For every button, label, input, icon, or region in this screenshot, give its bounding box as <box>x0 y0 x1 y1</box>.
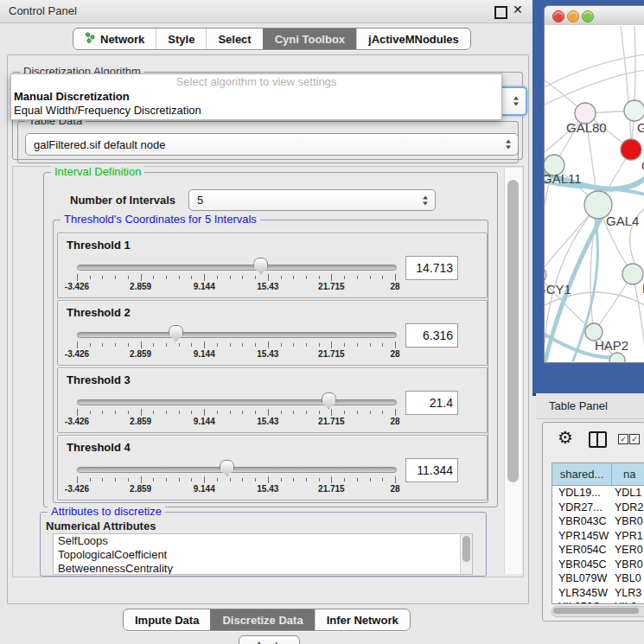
attributes-group: Attributes to discretize Numerical Attri… <box>40 512 487 577</box>
slider-ticks <box>77 476 395 484</box>
close-traffic-light-icon[interactable] <box>552 10 564 22</box>
minimize-traffic-light-icon[interactable] <box>567 10 579 22</box>
slider-thumb[interactable] <box>322 392 336 409</box>
checkbox-icon[interactable]: ✓ <box>629 434 640 444</box>
algorithm-option-manual[interactable]: Manual Discretization <box>11 90 501 104</box>
list-item[interactable]: TopologicalCoefficient <box>54 548 472 562</box>
select-stepper-icon <box>423 195 428 205</box>
svg-text:GA: GA <box>637 120 644 135</box>
threshold-slider[interactable]: -3.4262.8599.14415.4321.71528 <box>77 436 395 500</box>
thresholds-group: Threshold's Coordinates for 5 Intervals … <box>53 220 488 503</box>
table-panel: ⚙ ✓ ✓ shared... na YDL19...YDL1YDR27...Y… <box>542 422 644 622</box>
threshold-panel: Threshold 1 -3.4262.8599.14415.4321.7152… <box>57 233 488 298</box>
svg-text:GAL11: GAL11 <box>545 171 582 186</box>
checkbox-icon[interactable]: ✓ <box>618 434 628 444</box>
threshold-value-input[interactable] <box>405 458 458 482</box>
tab-style[interactable]: Style <box>156 29 206 49</box>
slider-thumb[interactable] <box>253 258 268 274</box>
apply-button[interactable]: Apply <box>239 635 300 644</box>
threshold-value-input[interactable] <box>405 391 458 415</box>
list-scrollbar[interactable] <box>460 534 472 574</box>
scrollbar-thumb[interactable] <box>462 536 470 562</box>
svg-text:HAP2: HAP2 <box>595 338 628 353</box>
zoom-traffic-light-icon[interactable] <box>582 10 594 22</box>
split-columns-icon[interactable] <box>589 431 607 448</box>
table-rows: YDL19...YDL1YDR27...YDR2YBR043CYBR0YPR14… <box>552 486 644 604</box>
slider-track[interactable] <box>77 399 397 405</box>
table-row[interactable]: YPR145WYPR1 <box>552 529 644 544</box>
threshold-value-input[interactable] <box>405 323 458 348</box>
slider-thumb[interactable] <box>220 460 234 476</box>
network-icon <box>85 32 95 46</box>
table-row[interactable]: YIL052CYIL0 <box>552 600 644 604</box>
vertical-scrollbar[interactable] <box>504 168 522 574</box>
threshold-slider[interactable]: -3.4262.8599.14415.4321.71528 <box>77 233 395 297</box>
table-row[interactable]: YBR043CYBR0 <box>552 514 644 529</box>
tab-discretize-data[interactable]: Discretize Data <box>210 609 314 630</box>
list-item[interactable]: SelfLoops <box>54 534 472 548</box>
slider-track[interactable] <box>77 332 397 338</box>
table-row[interactable]: YER054CYER0 <box>552 543 644 558</box>
slider-scale-labels: -3.4262.8599.14415.4321.71528 <box>77 349 395 360</box>
network-view-window: GAL80GACGAL11GAL4GCY1HHAP2 <box>544 5 644 363</box>
algorithm-placeholder: Select algorithm to view settings <box>11 74 501 90</box>
gear-icon[interactable]: ⚙ <box>558 427 573 448</box>
horizontal-scrollbar[interactable] <box>552 606 644 617</box>
close-icon[interactable]: ✕ <box>513 3 523 16</box>
list-item[interactable]: BetweennessCentrality <box>54 562 472 575</box>
table-data-group: Table Data galFiltered.sif default node <box>17 121 519 163</box>
network-canvas[interactable]: GAL80GACGAL11GAL4GCY1HHAP2 <box>545 25 644 362</box>
svg-text:GAL80: GAL80 <box>566 120 607 135</box>
tab-cyni-toolbox[interactable]: Cyni Toolbox <box>263 29 356 49</box>
table-data-selected-value: galFiltered.sif default node <box>34 138 165 151</box>
table-row[interactable]: YBL079WYBL0 <box>552 571 644 586</box>
slider-track[interactable] <box>77 265 397 271</box>
table-row[interactable]: YDL19...YDL1 <box>552 486 644 501</box>
number-of-intervals-value: 5 <box>197 194 203 207</box>
threshold-slider[interactable]: -3.4262.8599.14415.4321.71528 <box>77 301 395 365</box>
numerical-attributes-list[interactable]: SelfLoopsTopologicalCoefficientBetweenne… <box>53 533 473 575</box>
threshold-slider[interactable]: -3.4262.8599.14415.4321.71528 <box>77 368 395 432</box>
interval-definition-group: Interval Definition Number of Intervals … <box>43 172 498 507</box>
select-stepper-icon <box>513 97 519 106</box>
numerical-attributes-label: Numerical Attributes <box>46 520 156 532</box>
slider-ticks <box>77 274 395 282</box>
number-of-intervals-select[interactable]: 5 <box>188 189 436 211</box>
float-window-icon[interactable] <box>494 6 507 19</box>
svg-text:GAL4: GAL4 <box>606 214 639 228</box>
interval-definition-label: Interval Definition <box>51 166 144 178</box>
control-panel-titlebar: Control Panel ✕ <box>0 0 536 23</box>
table-panel-titlebar: Table Panel <box>536 393 644 419</box>
table-row[interactable]: YLR345WYLR3 <box>552 586 644 601</box>
table-row[interactable]: YBR045CYBR0 <box>552 558 644 572</box>
slider-scale-labels: -3.4262.8599.14415.4321.71528 <box>77 484 395 494</box>
column-header-shared[interactable]: shared... <box>552 463 612 485</box>
node-attribute-table[interactable]: shared... na YDL19...YDL1YDR27...YDR2YBR… <box>552 462 644 604</box>
tab-jactivemnodules[interactable]: jActiveMNodules <box>356 29 470 49</box>
thresholds-group-label: Threshold's Coordinates for 5 Intervals <box>61 214 260 226</box>
table-row[interactable]: YDR27...YDR2 <box>552 501 644 515</box>
tab-select[interactable]: Select <box>206 29 262 49</box>
threshold-panel: Threshold 4 -3.4262.8599.14415.4321.7152… <box>57 435 488 501</box>
tab-impute-data[interactable]: Impute Data <box>124 609 210 630</box>
attributes-group-label: Attributes to discretize <box>48 506 165 518</box>
select-stepper-icon <box>506 140 511 150</box>
tab-infer-network[interactable]: Infer Network <box>315 609 410 630</box>
algorithm-dropdown-popup: Select algorithm to view settings Manual… <box>10 73 502 120</box>
scrollbar-thumb[interactable] <box>507 180 519 482</box>
bottom-tabbar: Impute Data Discretize Data Infer Networ… <box>123 609 411 631</box>
threshold-value-input[interactable] <box>405 256 458 280</box>
slider-track[interactable] <box>77 467 397 473</box>
threshold-panel: Threshold 2 -3.4262.8599.14415.4321.7152… <box>57 300 488 366</box>
slider-scale-labels: -3.4262.8599.14415.4321.71528 <box>77 417 395 427</box>
table-panel-title: Table Panel <box>549 399 608 412</box>
slider-ticks <box>77 341 395 349</box>
column-header-name[interactable]: na <box>612 463 644 485</box>
tab-network[interactable]: Network <box>73 29 156 49</box>
threshold-panel: Threshold 3 -3.4262.8599.14415.4321.7152… <box>57 367 488 433</box>
slider-thumb[interactable] <box>169 325 183 341</box>
scrollbar-thumb[interactable] <box>553 608 639 614</box>
algorithm-option-equal-width[interactable]: Equal Width/Frequency Discretization <box>11 104 501 118</box>
table-data-select[interactable]: galFiltered.sif default node <box>25 133 519 156</box>
network-window-titlebar[interactable] <box>545 6 644 26</box>
